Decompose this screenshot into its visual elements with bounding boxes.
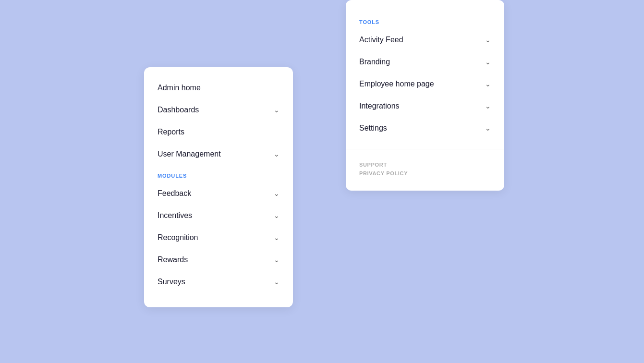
activity-feed-item[interactable]: Activity Feed ⌄ — [346, 29, 504, 51]
dashboards-chevron-icon: ⌄ — [274, 106, 279, 114]
rewards-chevron-icon: ⌄ — [274, 256, 279, 264]
modules-section-label: MODULES — [144, 165, 293, 182]
reports-label: Reports — [158, 128, 184, 136]
privacy-policy-link[interactable]: PRIVACY POLICY — [359, 170, 491, 176]
branding-chevron-icon: ⌄ — [485, 58, 491, 66]
activity-feed-label: Activity Feed — [359, 36, 403, 44]
dashboards-item[interactable]: Dashboards ⌄ — [144, 99, 293, 121]
integrations-chevron-icon: ⌄ — [485, 102, 491, 110]
left-panel: Admin home Dashboards ⌄ Reports User Man… — [144, 67, 293, 307]
rewards-item[interactable]: Rewards ⌄ — [144, 249, 293, 271]
tools-section-label: TOOLS — [346, 12, 504, 29]
feedback-item[interactable]: Feedback ⌄ — [144, 182, 293, 205]
recognition-chevron-icon: ⌄ — [274, 234, 279, 242]
user-management-chevron-icon: ⌄ — [274, 150, 279, 158]
branding-item[interactable]: Branding ⌄ — [346, 51, 504, 73]
employee-home-item[interactable]: Employee home page ⌄ — [346, 73, 504, 95]
footer-links: SUPPORT PRIVACY POLICY — [346, 154, 504, 176]
surveys-label: Surveys — [158, 278, 185, 286]
surveys-item[interactable]: Surveys ⌄ — [144, 271, 293, 293]
right-panel: TOOLS Activity Feed ⌄ Branding ⌄ Employe… — [346, 0, 504, 191]
incentives-chevron-icon: ⌄ — [274, 212, 279, 219]
reports-item[interactable]: Reports — [144, 121, 293, 143]
incentives-item[interactable]: Incentives ⌄ — [144, 205, 293, 227]
recognition-label: Recognition — [158, 233, 198, 242]
employee-home-chevron-icon: ⌄ — [485, 80, 491, 88]
user-management-label: User Management — [158, 150, 221, 158]
employee-home-label: Employee home page — [359, 80, 434, 88]
user-management-item[interactable]: User Management ⌄ — [144, 143, 293, 165]
feedback-chevron-icon: ⌄ — [274, 190, 279, 197]
admin-home-item[interactable]: Admin home — [144, 77, 293, 99]
feedback-label: Feedback — [158, 189, 191, 198]
settings-label: Settings — [359, 124, 387, 133]
activity-feed-chevron-icon: ⌄ — [485, 36, 491, 44]
recognition-item[interactable]: Recognition ⌄ — [144, 227, 293, 249]
settings-chevron-icon: ⌄ — [485, 124, 491, 132]
settings-item[interactable]: Settings ⌄ — [346, 117, 504, 139]
admin-home-label: Admin home — [158, 84, 201, 92]
incentives-label: Incentives — [158, 211, 192, 220]
rewards-label: Rewards — [158, 255, 188, 264]
footer-divider — [346, 149, 504, 149]
support-link[interactable]: SUPPORT — [359, 162, 491, 168]
dashboards-label: Dashboards — [158, 106, 199, 114]
branding-label: Branding — [359, 58, 390, 66]
integrations-item[interactable]: Integrations ⌄ — [346, 95, 504, 117]
integrations-label: Integrations — [359, 102, 400, 110]
surveys-chevron-icon: ⌄ — [274, 278, 279, 286]
